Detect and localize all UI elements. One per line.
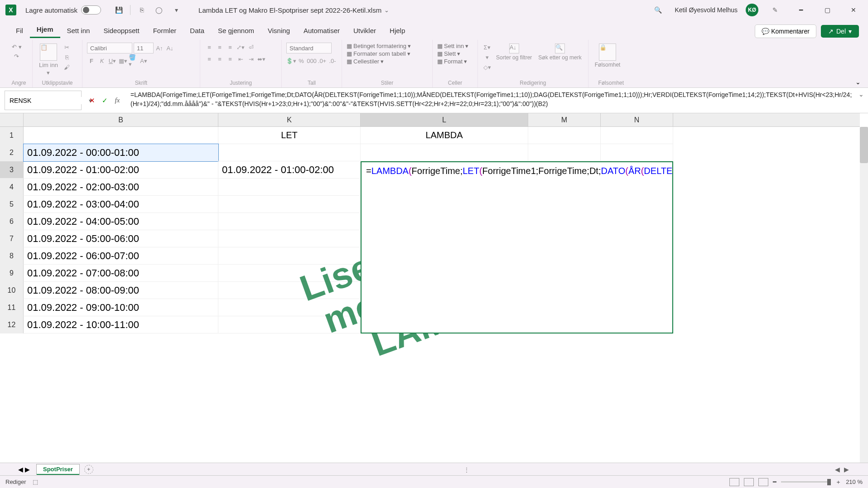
- inc-decimal-icon[interactable]: .0+: [318, 56, 327, 65]
- decrease-font-icon[interactable]: A↓: [165, 43, 174, 53]
- number-format-select[interactable]: [286, 43, 332, 53]
- format-cells-button[interactable]: ▦ Format ▾: [437, 58, 467, 65]
- select-all-corner[interactable]: [0, 113, 24, 127]
- tab-segjennom[interactable]: Se gjennom: [211, 23, 261, 38]
- align-mid-icon[interactable]: ≡: [215, 43, 224, 52]
- font-color-button[interactable]: A▾: [139, 56, 148, 65]
- name-box-input[interactable]: [10, 97, 89, 104]
- cell-K4[interactable]: [218, 179, 361, 196]
- increase-font-icon[interactable]: A↑: [155, 43, 164, 53]
- tab-sideoppsett[interactable]: Sideoppsett: [96, 23, 146, 38]
- tab-utvikler[interactable]: Utvikler: [347, 23, 383, 38]
- close-button[interactable]: ✕: [844, 3, 863, 17]
- quick-access-icon-2[interactable]: ◯: [154, 5, 164, 15]
- tab-hjelp[interactable]: Hjelp: [383, 23, 412, 38]
- add-sheet-button[interactable]: +: [84, 465, 93, 474]
- cell-K6[interactable]: [218, 213, 361, 230]
- excel-app-icon[interactable]: X: [5, 5, 16, 15]
- cell-K12[interactable]: [218, 316, 361, 333]
- formula-expand-icon[interactable]: ⌄: [854, 88, 868, 113]
- cell-K10[interactable]: [218, 282, 361, 299]
- view-normal-icon[interactable]: [729, 478, 739, 486]
- conditional-format-button[interactable]: ▦ Betinget formatering ▾: [347, 43, 411, 49]
- user-name[interactable]: Ketil Øyesvold Melhus: [675, 6, 738, 14]
- sensitivity-button[interactable]: 🔒Følsomhet: [593, 43, 622, 69]
- clear-icon[interactable]: ◇▾: [482, 63, 492, 72]
- formula-confirm-icon[interactable]: ✓: [100, 96, 110, 106]
- cell-B3[interactable]: 01.09.2022 - 01:00-02:00: [24, 161, 218, 179]
- cell-M2[interactable]: [528, 144, 601, 161]
- hscroll-right-icon[interactable]: ▶: [843, 466, 850, 473]
- tab-formler[interactable]: Formler: [146, 23, 183, 38]
- col-header-L[interactable]: L: [361, 113, 528, 126]
- row-header-11[interactable]: 11: [0, 299, 24, 316]
- col-header-K[interactable]: K: [218, 113, 361, 126]
- minimize-button[interactable]: ━: [792, 3, 810, 17]
- indent-dec-icon[interactable]: ⇤: [236, 54, 245, 63]
- cell-B6[interactable]: 01.09.2022 - 04:00-05:00: [24, 213, 218, 230]
- row-header-10[interactable]: 10: [0, 282, 24, 299]
- underline-button[interactable]: U▾: [108, 56, 117, 65]
- cell-N1[interactable]: [601, 127, 673, 144]
- row-header-7[interactable]: 7: [0, 230, 24, 247]
- fill-icon[interactable]: ▾: [482, 53, 492, 62]
- hscroll-left-icon[interactable]: ◀: [834, 466, 841, 473]
- bold-button[interactable]: F: [87, 56, 96, 65]
- font-name-select[interactable]: [87, 43, 132, 53]
- search-icon[interactable]: 🔍: [653, 5, 663, 15]
- percent-icon[interactable]: %: [297, 56, 306, 65]
- font-size-select[interactable]: [134, 43, 154, 53]
- indent-inc-icon[interactable]: ⇥: [246, 54, 256, 63]
- col-header-M[interactable]: M: [528, 113, 601, 126]
- formula-input[interactable]: =LAMBDA(ForrigeTime;LET(ForrigeTime1;For…: [126, 88, 854, 113]
- filename[interactable]: Lambda LET og Makro El-Spotpriser sept 2…: [198, 6, 381, 14]
- cell-K5[interactable]: [218, 196, 361, 213]
- align-bot-icon[interactable]: ≡: [226, 43, 235, 52]
- tab-hjem[interactable]: Hjem: [30, 22, 60, 38]
- tab-automatiser[interactable]: Automatiser: [297, 23, 347, 38]
- copy-icon[interactable]: ⎘: [63, 53, 72, 62]
- sheet-nav-prev-icon[interactable]: ◀: [18, 466, 23, 473]
- row-header-1[interactable]: 1: [0, 127, 24, 144]
- row-header-5[interactable]: 5: [0, 196, 24, 213]
- zoom-in-icon[interactable]: ＋: [835, 478, 841, 486]
- cell-L3[interactable]: =LAMBDA(ForrigeTime;LET(ForrigeTime1;For…: [361, 161, 673, 333]
- quick-access-dropdown[interactable]: ▾: [171, 5, 181, 15]
- cell-L2[interactable]: [361, 144, 528, 161]
- share-button[interactable]: ↗ Del ▾: [821, 25, 859, 38]
- sort-filter-button[interactable]: A↓Sorter og filtrer: [494, 43, 534, 62]
- find-select-button[interactable]: 🔍Søk etter og merk: [536, 43, 583, 62]
- zoom-slider[interactable]: [781, 481, 831, 483]
- align-left-icon[interactable]: ≡: [205, 54, 214, 63]
- cut-icon[interactable]: ✂: [63, 43, 72, 52]
- tab-visning[interactable]: Visning: [261, 23, 297, 38]
- maximize-button[interactable]: ▢: [818, 3, 836, 17]
- row-header-4[interactable]: 4: [0, 179, 24, 196]
- cells[interactable]: LETLAMBDA01.09.2022 - 00:00-01:0001.09.2…: [24, 127, 860, 463]
- italic-button[interactable]: K: [97, 56, 106, 65]
- col-header-N[interactable]: N: [601, 113, 673, 126]
- cell-K7[interactable]: [218, 230, 361, 247]
- cell-K8[interactable]: [218, 247, 361, 265]
- vertical-scrollbar-thumb[interactable]: [860, 127, 868, 163]
- tab-data[interactable]: Data: [183, 23, 211, 38]
- cell-B7[interactable]: 01.09.2022 - 05:00-06:00: [24, 230, 218, 247]
- cell-B11[interactable]: 01.09.2022 - 09:00-10:00: [24, 299, 218, 316]
- cell-K9[interactable]: [218, 265, 361, 282]
- view-pagebreak-icon[interactable]: [758, 478, 768, 486]
- zoom-out-icon[interactable]: ━: [773, 478, 776, 485]
- row-header-3[interactable]: 3: [0, 161, 24, 179]
- merge-icon[interactable]: ⬌▾: [257, 54, 266, 63]
- avatar[interactable]: KØ: [746, 4, 758, 16]
- macro-record-icon[interactable]: ⬚: [33, 478, 38, 485]
- cell-K1[interactable]: LET: [218, 127, 361, 144]
- formula-cancel-icon[interactable]: ✕: [87, 96, 97, 106]
- delete-cells-button[interactable]: ▦ Slett ▾: [437, 50, 460, 57]
- horizontal-scrollbar[interactable]: ⋮: [104, 466, 823, 473]
- zoom-level[interactable]: 210 %: [846, 478, 863, 485]
- grid-area[interactable]: BKLMN 123456789101112 LETLAMBDA01.09.202…: [0, 113, 868, 463]
- border-button[interactable]: ▦▾: [118, 56, 127, 65]
- cell-B10[interactable]: 01.09.2022 - 08:00-09:00: [24, 282, 218, 299]
- tab-fil[interactable]: Fil: [9, 23, 30, 38]
- row-header-2[interactable]: 2: [0, 144, 24, 161]
